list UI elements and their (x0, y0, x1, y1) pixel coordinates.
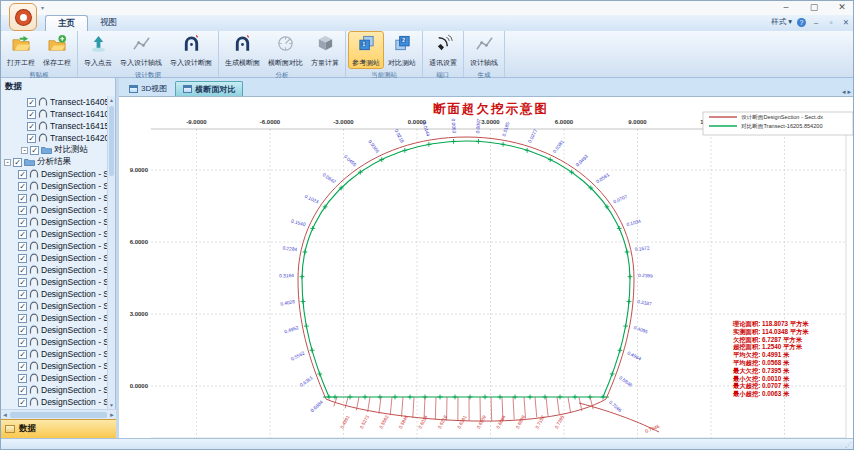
design-axis-button[interactable]: 设计轴线 (466, 31, 502, 69)
tree-item-section[interactable]: ✓DesignSection - Sect (1, 192, 116, 204)
scrollbar-thumb[interactable] (109, 106, 114, 176)
tree-item-section[interactable]: ✓DesignSection - Sect (1, 336, 116, 348)
tree-checkbox[interactable]: ✓ (27, 122, 36, 131)
window-maximize-icon[interactable]: ▢ (807, 2, 821, 12)
tree-checkbox[interactable]: ✓ (18, 290, 27, 299)
import-design-section-button[interactable]: 导入设计断面 (166, 31, 216, 69)
doc-close-icon[interactable]: ✕ (841, 18, 851, 27)
style-button[interactable]: 样式 ▾ (771, 17, 792, 27)
tree-checkbox[interactable]: ✓ (18, 254, 27, 263)
window-minimize-icon[interactable]: – (779, 2, 793, 12)
tree-item-folder[interactable]: -✓对比测站 (1, 144, 116, 156)
generate-cross-section-button[interactable]: 生成横断面 (221, 31, 264, 69)
tree-item-section[interactable]: ✓DesignSection - Sect (1, 204, 116, 216)
scroll-up-icon[interactable]: ▲ (108, 96, 115, 104)
tree-checkbox[interactable]: ✓ (18, 338, 27, 347)
quick-access-dropdown-icon[interactable]: ▾ (41, 4, 44, 11)
doc-tab-cross-section-compare[interactable]: 横断面对比 (175, 81, 243, 96)
open-project-button[interactable]: 打开工程 (3, 31, 39, 69)
doc-tab-3d-view[interactable]: 3D视图 (121, 81, 175, 96)
tree-checkbox[interactable]: ✓ (18, 386, 27, 395)
tree-item-section[interactable]: ✓DesignSection - Sect (1, 168, 116, 180)
tree-checkbox[interactable]: ✓ (27, 134, 36, 143)
button-label: 对比测站 (388, 58, 416, 68)
scroll-down-icon[interactable]: ▼ (108, 401, 115, 409)
compare-station-button[interactable]: 2对比测站 (384, 31, 420, 69)
window-close-icon[interactable]: ✕ (835, 2, 849, 12)
tree-checkbox[interactable]: ✓ (18, 242, 27, 251)
tree-checkbox[interactable]: ✓ (30, 146, 39, 155)
tree-checkbox[interactable]: ✓ (18, 278, 27, 287)
svg-text:-3.0000: -3.0000 (333, 119, 354, 125)
comm-settings-button[interactable]: 通讯设置 (425, 31, 461, 69)
save-project-button[interactable]: 保存工程 (39, 31, 75, 69)
tree-checkbox[interactable]: ✓ (18, 182, 27, 191)
data-panel-bottom-tab[interactable]: 数据 (1, 419, 116, 438)
tree-item-section[interactable]: ✓DesignSection - Sect (1, 180, 116, 192)
tree-item-section[interactable]: ✓DesignSection - Sect (1, 396, 116, 408)
scroll-right-icon[interactable]: ► (109, 412, 115, 418)
tree-checkbox[interactable]: ✓ (18, 206, 27, 215)
svg-text:对比断面Transect-16205.854200: 对比断面Transect-16205.854200 (741, 123, 823, 129)
svg-text:6.0000: 6.0000 (555, 119, 574, 125)
tree-expander-icon[interactable]: - (21, 147, 28, 154)
tree-checkbox[interactable]: ✓ (18, 170, 27, 179)
tree-checkbox[interactable]: ✓ (18, 230, 27, 239)
tree-item-section[interactable]: ✓DesignSection - Sect (1, 360, 116, 372)
app-button[interactable] (9, 3, 37, 31)
tree-item-section[interactable]: ✓DesignSection - Sect (1, 240, 116, 252)
ribbon-group: 导入点云导入设计轴线导入设计断面设计数据 (78, 31, 219, 77)
tree-expander-icon[interactable]: - (4, 159, 11, 166)
tab-scroll-icons[interactable]: ◂ ▸ (842, 88, 854, 96)
tree-item-section[interactable]: ✓Transect-16410.85 (1, 108, 116, 120)
help-icon[interactable]: ? (797, 18, 806, 27)
tree-item-section[interactable]: ✓DesignSection - Sect (1, 216, 116, 228)
tree-checkbox[interactable]: ✓ (18, 362, 27, 371)
reference-station-button[interactable]: 1参考测站 (348, 31, 384, 69)
tree-item-section[interactable]: ✓Transect-16420.85 (1, 132, 116, 144)
svg-text:0.0097: 0.0097 (475, 118, 481, 133)
doc-restore-icon[interactable]: ▫ (826, 18, 836, 27)
resize-grip-icon[interactable]: ⋰ (845, 441, 853, 449)
cube-icon (316, 34, 335, 57)
tree-item-section[interactable]: ✓DesignSection - Sect (1, 276, 116, 288)
tree-item-section[interactable]: ✓DesignSection - Sect (1, 252, 116, 264)
tree-checkbox[interactable]: ✓ (18, 302, 27, 311)
tree-item-section[interactable]: ✓DesignSection - Sect (1, 228, 116, 240)
tree-checkbox[interactable]: ✓ (27, 110, 36, 119)
scrollbar-thumb[interactable] (10, 412, 107, 418)
tree-checkbox[interactable]: ✓ (27, 98, 36, 107)
tree-item-section[interactable]: ✓DesignSection - Sect (1, 324, 116, 336)
volume-calculation-button[interactable]: 方量计算 (307, 31, 343, 69)
tree-checkbox[interactable]: ✓ (18, 266, 27, 275)
tree-checkbox[interactable]: ✓ (18, 218, 27, 227)
tree-item-label: DesignSection - Sect (41, 373, 107, 383)
tree-checkbox[interactable]: ✓ (18, 326, 27, 335)
tree-horizontal-scrollbar[interactable]: ◄ ► (1, 409, 116, 419)
tree-item-section[interactable]: ✓DesignSection - Sect (1, 384, 116, 396)
import-point-cloud-button[interactable]: 导入点云 (80, 31, 116, 69)
tree-vertical-scrollbar[interactable]: ▲ ▼ (107, 96, 115, 409)
ribbon-tab-home[interactable]: 主页 (45, 15, 88, 31)
tree-checkbox[interactable]: ✓ (13, 158, 22, 167)
ribbon-tab-view[interactable]: 视图 (88, 15, 129, 31)
tree-item-section[interactable]: ✓DesignSection - Sect (1, 312, 116, 324)
tree-item-section[interactable]: ✓DesignSection - Sect (1, 372, 116, 384)
scroll-left-icon[interactable]: ◄ (2, 412, 8, 418)
tree-item-section[interactable]: ✓DesignSection - Sect (1, 288, 116, 300)
cross-section-chart[interactable]: -9.0000-6.0000-3.00000.00003.00006.00009… (119, 96, 854, 438)
tree-item-section[interactable]: ✓Transect-16405.85 (1, 96, 116, 108)
tree-item-section[interactable]: ✓DesignSection - Sect (1, 264, 116, 276)
tree-checkbox[interactable]: ✓ (18, 374, 27, 383)
tree-checkbox[interactable]: ✓ (18, 398, 27, 407)
import-design-axis-button[interactable]: 导入设计轴线 (116, 31, 166, 69)
cross-section-compare-button[interactable]: 横断面对比 (264, 31, 307, 69)
tree-item-section[interactable]: ✓Transect-16415.85 (1, 120, 116, 132)
tree-item-section[interactable]: ✓DesignSection - Sect (1, 348, 116, 360)
tree-checkbox[interactable]: ✓ (18, 194, 27, 203)
tree-item-folder[interactable]: -✓分析结果 (1, 156, 116, 168)
tree-checkbox[interactable]: ✓ (18, 314, 27, 323)
tree-checkbox[interactable]: ✓ (18, 350, 27, 359)
doc-minimize-icon[interactable]: – (811, 18, 821, 27)
tree-item-section[interactable]: ✓DesignSection - Sect (1, 300, 116, 312)
